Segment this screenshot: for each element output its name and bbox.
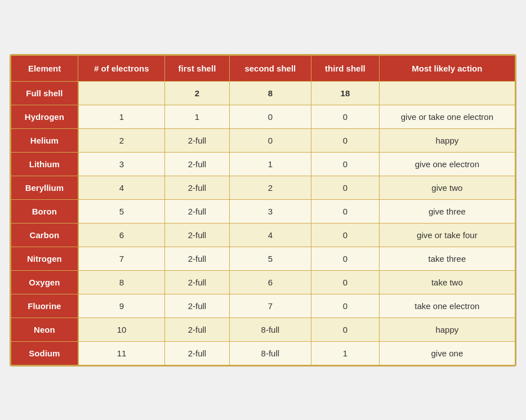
cell-third: 0 xyxy=(311,152,380,176)
table-header-row: Element # of electrons first shell secon… xyxy=(11,55,515,81)
table-row: Hydrogen1100give or take one electron xyxy=(11,105,515,128)
cell-second: 0 xyxy=(229,128,311,152)
cell-second: 7 xyxy=(229,294,311,318)
cell-element: Oxygen xyxy=(11,270,78,294)
cell-action: give two xyxy=(379,176,515,199)
cell-first: 2-full xyxy=(165,223,229,247)
cell-electrons: 1 xyxy=(78,105,165,128)
cell-action: happy xyxy=(379,318,515,341)
cell-second: 5 xyxy=(229,247,311,270)
cell-electrons: 5 xyxy=(78,199,165,223)
cell-action: give one electron xyxy=(379,152,515,176)
cell-second: 8 xyxy=(229,81,311,105)
cell-electrons xyxy=(78,81,165,105)
cell-first: 2-full xyxy=(165,128,229,152)
table-row: Oxygen82-full60take two xyxy=(11,270,515,294)
cell-second: 2 xyxy=(229,176,311,199)
cell-action: take three xyxy=(379,247,515,270)
periodic-table-container: Element # of electrons first shell secon… xyxy=(10,54,516,367)
table-row: Sodium112-full8-full1give one xyxy=(11,341,515,365)
cell-electrons: 2 xyxy=(78,128,165,152)
cell-electrons: 9 xyxy=(78,294,165,318)
table-row: Beryllium42-full20give two xyxy=(11,176,515,199)
cell-third: 0 xyxy=(311,105,380,128)
cell-second: 8-full xyxy=(229,341,311,365)
cell-electrons: 11 xyxy=(78,341,165,365)
cell-element: Hydrogen xyxy=(11,105,78,128)
cell-electrons: 3 xyxy=(78,152,165,176)
table-row: Full shell2818 xyxy=(11,81,515,105)
cell-third: 0 xyxy=(311,318,380,341)
cell-third: 0 xyxy=(311,270,380,294)
cell-element: Beryllium xyxy=(11,176,78,199)
col-header-first-shell: first shell xyxy=(165,55,229,81)
cell-element: Nitrogen xyxy=(11,247,78,270)
cell-electrons: 8 xyxy=(78,270,165,294)
cell-first: 1 xyxy=(165,105,229,128)
cell-electrons: 10 xyxy=(78,318,165,341)
col-header-action: Most likely action xyxy=(379,55,515,81)
cell-action: give three xyxy=(379,199,515,223)
cell-second: 6 xyxy=(229,270,311,294)
cell-electrons: 4 xyxy=(78,176,165,199)
cell-action xyxy=(379,81,515,105)
cell-element: Helium xyxy=(11,128,78,152)
cell-first: 2-full xyxy=(165,199,229,223)
col-header-second-shell: second shell xyxy=(229,55,311,81)
cell-first: 2-full xyxy=(165,341,229,365)
cell-element: Carbon xyxy=(11,223,78,247)
cell-second: 0 xyxy=(229,105,311,128)
col-header-electrons: # of electrons xyxy=(78,55,165,81)
cell-first: 2-full xyxy=(165,247,229,270)
col-header-third-shell: third shell xyxy=(311,55,380,81)
cell-element: Sodium xyxy=(11,341,78,365)
cell-action: take one electron xyxy=(379,294,515,318)
cell-first: 2-full xyxy=(165,176,229,199)
cell-action: take two xyxy=(379,270,515,294)
cell-element: Boron xyxy=(11,199,78,223)
cell-element: Lithium xyxy=(11,152,78,176)
cell-second: 8-full xyxy=(229,318,311,341)
cell-third: 0 xyxy=(311,199,380,223)
cell-second: 3 xyxy=(229,199,311,223)
cell-third: 0 xyxy=(311,247,380,270)
cell-action: give one xyxy=(379,341,515,365)
cell-electrons: 6 xyxy=(78,223,165,247)
cell-action: happy xyxy=(379,128,515,152)
cell-third: 18 xyxy=(311,81,380,105)
cell-third: 0 xyxy=(311,128,380,152)
cell-third: 0 xyxy=(311,223,380,247)
cell-action: give or take one electron xyxy=(379,105,515,128)
cell-first: 2-full xyxy=(165,294,229,318)
cell-first: 2-full xyxy=(165,270,229,294)
cell-second: 4 xyxy=(229,223,311,247)
cell-electrons: 7 xyxy=(78,247,165,270)
table-row: Lithium32-full10give one electron xyxy=(11,152,515,176)
cell-element: Full shell xyxy=(11,81,78,105)
table-row: Carbon62-full40give or take four xyxy=(11,223,515,247)
table-row: Boron52-full30give three xyxy=(11,199,515,223)
table-row: Nitrogen72-full50take three xyxy=(11,247,515,270)
cell-action: give or take four xyxy=(379,223,515,247)
col-header-element: Element xyxy=(11,55,78,81)
table-row: Helium22-full00happy xyxy=(11,128,515,152)
cell-element: Neon xyxy=(11,318,78,341)
table-row: Fluorine92-full70take one electron xyxy=(11,294,515,318)
electron-table: Element # of electrons first shell secon… xyxy=(11,55,515,365)
cell-element: Fluorine xyxy=(11,294,78,318)
cell-second: 1 xyxy=(229,152,311,176)
cell-third: 1 xyxy=(311,341,380,365)
cell-first: 2 xyxy=(165,81,229,105)
cell-third: 0 xyxy=(311,176,380,199)
table-row: Neon102-full8-full0happy xyxy=(11,318,515,341)
cell-third: 0 xyxy=(311,294,380,318)
cell-first: 2-full xyxy=(165,318,229,341)
cell-first: 2-full xyxy=(165,152,229,176)
